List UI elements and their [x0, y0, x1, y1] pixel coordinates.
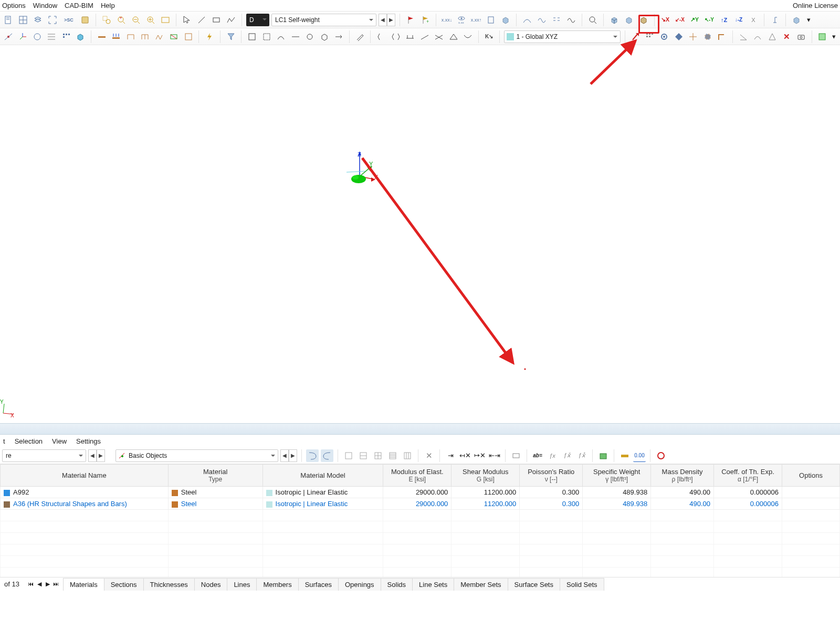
table-header[interactable]: Shear ModulusG [ksi] [452, 465, 520, 487]
bottom-menu-selection[interactable]: Selection [15, 437, 43, 445]
green-window-icon[interactable] [816, 30, 829, 43]
tab-surfaces[interactable]: Surfaces [298, 578, 339, 591]
ruler-icon[interactable] [618, 449, 631, 462]
table-header[interactable]: Coeff. of Th. Exp.α [1/°F] [714, 465, 782, 487]
settings-box-icon[interactable] [485, 14, 497, 26]
wave-dark-icon[interactable] [565, 14, 578, 26]
grid-9-icon[interactable] [60, 30, 72, 43]
axis-x-red-icon[interactable]: ↘X [659, 14, 671, 26]
tab-scroll-last-button[interactable]: ⏭ [52, 581, 60, 587]
frame-2-icon[interactable] [139, 30, 151, 43]
node-member-icon[interactable] [2, 30, 15, 43]
tab-openings[interactable]: Openings [338, 578, 381, 591]
dimension-eye-icon[interactable]: x.xx [455, 14, 468, 26]
table-header[interactable]: MaterialType [168, 465, 262, 487]
tab-sections[interactable]: Sections [104, 578, 144, 591]
section-cube-icon[interactable] [318, 30, 331, 43]
axes-blue-icon[interactable] [31, 30, 44, 43]
arrows-out-icon[interactable] [46, 14, 59, 26]
layers-icon[interactable] [32, 14, 44, 26]
table-blank-icon[interactable] [342, 449, 355, 462]
view-cube-brown-icon[interactable] [637, 14, 650, 26]
grid-icon[interactable] [17, 14, 29, 26]
dimension-x-label-icon[interactable]: x.xx↓ [440, 14, 453, 26]
grid-snap-icon[interactable] [644, 30, 656, 43]
selection-cursor-icon[interactable] [181, 14, 193, 26]
table-dense-icon[interactable] [386, 449, 399, 462]
loadcase-prev-button[interactable]: ◀ [379, 14, 387, 26]
lasso-mode1-icon[interactable] [306, 449, 319, 462]
axis-neg-y-icon[interactable]: ↖-Y [703, 14, 716, 26]
menu-cad-bim[interactable]: CAD-BIM [65, 2, 93, 9]
rect-tool-icon[interactable] [210, 14, 223, 26]
beam-span-icon[interactable] [404, 30, 416, 43]
model-viewport[interactable]: Z Y X Y X [0, 45, 840, 423]
zoom-star-icon[interactable] [115, 14, 128, 26]
section-box-icon[interactable] [246, 30, 258, 43]
table-rows-icon[interactable] [357, 449, 370, 462]
frame-3-icon[interactable] [153, 30, 166, 43]
forward-x-icon[interactable]: ↦✕ [474, 449, 486, 462]
chevron-down-icon[interactable]: ▾ [805, 14, 812, 26]
export-green-icon[interactable] [597, 449, 610, 462]
k-factor-icon[interactable]: K↘ [483, 30, 496, 43]
dimension-top-icon[interactable]: x.xx↑ [470, 14, 482, 26]
corner-45-icon[interactable] [716, 30, 729, 43]
section-dashed-icon[interactable] [260, 30, 273, 43]
tab-scroll-prev-button[interactable]: ◀ [35, 581, 44, 587]
table-header[interactable]: Options [782, 465, 839, 487]
polyline-tool-icon[interactable] [225, 14, 237, 26]
arrow-red-up-icon[interactable] [629, 30, 642, 43]
bottom-menu-view[interactable]: View [52, 437, 67, 445]
beam-1-icon[interactable] [96, 30, 108, 43]
bottom-menu-t[interactable]: t [3, 437, 5, 445]
bracket-left-icon[interactable] [375, 30, 387, 43]
beam-cross-icon[interactable] [433, 30, 445, 43]
table-row[interactable]: A992SteelIsotropic | Linear Elastic29000… [1, 487, 840, 498]
menu-help[interactable]: Help [101, 2, 115, 9]
tab-lines[interactable]: Lines [227, 578, 257, 591]
table-header[interactable]: Material Model [262, 465, 383, 487]
materials-table[interactable]: Material NameMaterialTypeMaterial ModelM… [0, 464, 840, 577]
bracket-both-icon[interactable] [390, 30, 402, 43]
line-tool-icon[interactable] [195, 14, 208, 26]
fx-check-icon[interactable]: ƒx̌ [561, 449, 573, 462]
print-cube-icon[interactable] [790, 14, 803, 26]
table-header[interactable]: Mass Densityρ [lb/ft³] [651, 465, 714, 487]
table-header[interactable]: Poisson's Ratioν [--] [520, 465, 583, 487]
decimals-icon[interactable]: 0.00 [633, 449, 646, 462]
nav-left-prev-button[interactable]: ◀ [88, 449, 97, 462]
axis-x-thin-icon[interactable]: X [747, 14, 760, 26]
gear-blue-icon[interactable] [658, 30, 671, 43]
frame-1-icon[interactable] [124, 30, 137, 43]
tab-members[interactable]: Members [256, 578, 298, 591]
forward-end-icon[interactable]: ⇥ [444, 449, 457, 462]
diamond-blue-icon[interactable] [673, 30, 685, 43]
lightning-icon[interactable] [203, 30, 216, 43]
nav-right-next-button[interactable]: ▶ [289, 449, 297, 462]
cross-plane-icon[interactable] [687, 30, 700, 43]
fx-icon[interactable]: ƒx [546, 449, 559, 462]
section-arrow-icon[interactable] [332, 30, 345, 43]
delete-x-icon[interactable]: ✕ [423, 449, 435, 462]
axis-y-green-icon[interactable]: ↗Y [688, 14, 701, 26]
bottom-menu-settings[interactable]: Settings [76, 437, 101, 445]
fx-x-icon[interactable]: ƒx̽ [575, 449, 588, 462]
nav-category-dropdown[interactable]: re [2, 449, 86, 462]
beam-slope-icon[interactable] [418, 30, 431, 43]
loadcase-next-button[interactable]: ▶ [387, 14, 395, 26]
pen-tool-icon[interactable] [354, 30, 366, 43]
section-line-icon[interactable] [289, 30, 302, 43]
curve-tool-icon[interactable] [521, 14, 533, 26]
back-x-icon[interactable]: ↤✕ [459, 449, 471, 462]
curve-snap-icon[interactable] [752, 30, 764, 43]
table-row[interactable]: A36 (HR Structural Shapes and Bars)Steel… [1, 498, 840, 510]
view-cube-front-icon[interactable] [623, 14, 635, 26]
menu-options[interactable]: Options [2, 2, 26, 9]
axis-neg-z-icon[interactable]: ↓-Z [732, 14, 745, 26]
section-curve-icon[interactable] [275, 30, 287, 43]
tab-surface-sets[interactable]: Surface Sets [508, 578, 560, 591]
nav-objects-dropdown[interactable]: Basic Objects [116, 449, 278, 462]
curve-wave-icon[interactable] [536, 14, 548, 26]
red-circle-icon[interactable] [655, 449, 667, 462]
